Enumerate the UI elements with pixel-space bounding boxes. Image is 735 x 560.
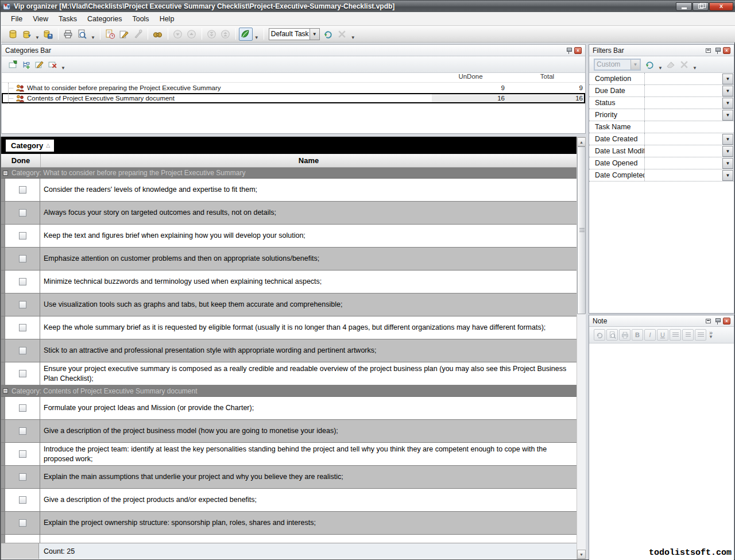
collapse-icon[interactable]: −: [3, 388, 8, 393]
align-right-icon[interactable]: [682, 329, 694, 341]
category-name-column[interactable]: [2, 73, 432, 82]
task-row[interactable]: Use visualization tools such as graphs a…: [1, 293, 577, 316]
underline-icon[interactable]: U: [657, 329, 668, 341]
filter-view-combo-dropdown-icon[interactable]: ▼: [630, 60, 640, 69]
task-done-cell[interactable]: [5, 420, 40, 442]
minimize-button[interactable]: [676, 2, 692, 11]
task-done-cell[interactable]: [5, 443, 40, 465]
undone-column-header[interactable]: UnDone: [432, 73, 509, 82]
filter-view-combo[interactable]: Custom ▼: [594, 59, 641, 71]
delete-filter-icon[interactable]: [678, 58, 691, 71]
task-checkbox[interactable]: [19, 278, 26, 285]
category-name[interactable]: Contents of Project Executive Summary do…: [27, 95, 432, 102]
open-database-icon[interactable]: [20, 28, 33, 41]
close-button[interactable]: X: [709, 2, 733, 11]
note-print-preview-icon[interactable]: [606, 329, 618, 341]
view-mode-dropdown-icon[interactable]: ▼: [253, 35, 261, 40]
restore-icon[interactable]: [705, 47, 712, 54]
apply-view-icon[interactable]: [322, 28, 335, 41]
note-print-icon[interactable]: [619, 329, 630, 341]
filter-value[interactable]: [645, 121, 734, 133]
task-row[interactable]: Stick to an attractive and professional …: [1, 339, 577, 362]
pin-icon[interactable]: [714, 317, 721, 325]
open-database-dropdown-icon[interactable]: ▼: [33, 35, 41, 40]
restore-button[interactable]: [693, 2, 709, 11]
apply-filter-dropdown-icon[interactable]: ▼: [656, 65, 664, 71]
task-done-cell[interactable]: [5, 535, 40, 543]
group-by-category-button[interactable]: Category △: [6, 140, 54, 152]
category-row[interactable]: What to consider before preparing the Pr…: [2, 83, 585, 93]
category-group-row[interactable]: − Category: What to consider before prep…: [1, 168, 577, 179]
task-view-combo-dropdown-icon[interactable]: ▼: [310, 29, 319, 40]
filter-value[interactable]: [645, 157, 722, 169]
task-done-cell[interactable]: [5, 512, 40, 534]
menu-categories[interactable]: Categories: [82, 13, 127, 25]
filter-value[interactable]: [645, 133, 722, 145]
task-checkbox[interactable]: [19, 324, 26, 331]
task-name[interactable]: Ensure your project executive summary is…: [40, 362, 577, 385]
filters-bar-titlebar[interactable]: Filters Bar x: [589, 45, 734, 56]
task-done-cell[interactable]: [5, 271, 40, 293]
filter-view-combo-value[interactable]: Custom: [595, 60, 630, 69]
task-done-cell[interactable]: [5, 397, 40, 419]
save-database-icon[interactable]: [41, 28, 55, 41]
task-checkbox[interactable]: [19, 209, 26, 217]
task-name[interactable]: Keep the whole summary brief as it is re…: [40, 316, 577, 339]
task-row[interactable]: Keep the text and figures brief when exp…: [1, 225, 577, 248]
chevron-down-icon[interactable]: ▼: [722, 134, 733, 145]
print-preview-icon[interactable]: [75, 28, 89, 41]
chevron-down-icon[interactable]: ▼: [722, 86, 733, 96]
done-column-header[interactable]: Done: [1, 154, 41, 167]
task-name[interactable]: Explain the project ownership structure:…: [40, 512, 577, 534]
pin-icon[interactable]: [714, 47, 721, 54]
task-done-cell[interactable]: [5, 202, 40, 224]
close-icon[interactable]: x: [574, 47, 582, 54]
task-row[interactable]: Always focus your story on targeted outc…: [1, 202, 577, 225]
restore-icon[interactable]: [705, 317, 712, 325]
task-done-cell[interactable]: [5, 466, 40, 488]
task-row[interactable]: Introduce the project team: identify at …: [1, 443, 577, 466]
task-row-partial[interactable]: [1, 535, 577, 543]
task-view-combo-value[interactable]: Default Task: [269, 29, 310, 40]
task-row[interactable]: Explain the project ownership structure:…: [1, 512, 577, 535]
delete-task-icon[interactable]: [131, 28, 145, 41]
grid-vertical-scrollbar[interactable]: ▲ ▼: [577, 137, 586, 559]
task-name[interactable]: Stick to an attractive and professional …: [40, 339, 577, 362]
task-checkbox[interactable]: [19, 232, 26, 240]
scrollbar-thumb[interactable]: [577, 146, 586, 314]
categories-toolbar-overflow-icon[interactable]: ▼: [59, 65, 67, 71]
task-view-combo[interactable]: Default Task ▼: [269, 28, 320, 40]
task-done-cell[interactable]: [5, 179, 40, 201]
move-down-icon[interactable]: [171, 28, 185, 41]
new-database-icon[interactable]: [6, 28, 20, 41]
task-checkbox[interactable]: [19, 473, 26, 481]
title-bar[interactable]: Vip organizer [M:\Vlad\Checklists\Projec…: [1, 1, 735, 12]
scroll-up-icon[interactable]: ▲: [577, 137, 586, 146]
save-note-icon[interactable]: [594, 329, 605, 341]
task-done-cell[interactable]: [5, 248, 40, 270]
italic-icon[interactable]: I: [644, 329, 656, 341]
menu-tools[interactable]: Tools: [127, 13, 154, 25]
toolbar-overflow-icon[interactable]: ▼: [349, 35, 357, 40]
task-checkbox[interactable]: [19, 370, 26, 377]
task-row[interactable]: Minimize technical buzzwords and termino…: [1, 271, 577, 293]
task-done-cell[interactable]: [5, 225, 40, 247]
chevron-down-icon[interactable]: ▼: [722, 110, 733, 121]
category-name[interactable]: What to consider before preparing the Pr…: [27, 84, 432, 91]
task-name[interactable]: Keep the text and figures brief when exp…: [40, 225, 577, 247]
filters-toolbar-overflow-icon[interactable]: ▼: [691, 65, 699, 71]
category-row-selected[interactable]: Contents of Project Executive Summary do…: [2, 93, 585, 103]
name-column-header[interactable]: Name: [41, 154, 577, 167]
chevron-down-icon[interactable]: ▼: [722, 170, 733, 181]
task-name[interactable]: Give a description of the project produc…: [40, 489, 577, 511]
close-icon[interactable]: x: [723, 47, 730, 54]
task-name[interactable]: Explain the main assumptions that underl…: [40, 466, 577, 488]
delete-view-icon[interactable]: [335, 28, 349, 41]
task-checkbox[interactable]: [19, 404, 26, 412]
task-name[interactable]: Introduce the project team: identify at …: [40, 443, 577, 465]
new-subcategory-icon[interactable]: [20, 58, 33, 71]
chevron-down-icon[interactable]: ▼: [722, 158, 733, 169]
chevron-down-icon[interactable]: ▼: [722, 146, 733, 157]
filter-value[interactable]: [645, 97, 722, 109]
bold-icon[interactable]: B: [632, 329, 643, 341]
